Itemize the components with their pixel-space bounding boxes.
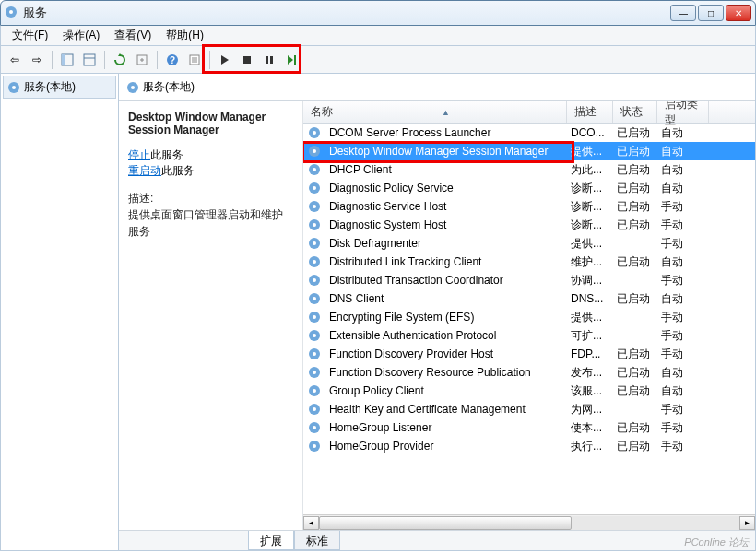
toolbar: ⇦ ⇨ ?: [0, 46, 756, 74]
gear-icon: [307, 383, 322, 398]
service-start: 自动: [657, 383, 709, 399]
service-start: 自动: [657, 162, 709, 178]
service-row[interactable]: Distributed Transaction Coordinator协调...…: [303, 271, 755, 289]
service-start: 手动: [657, 420, 709, 436]
service-list-pane: 名称▲ 描述 状态 启动类型 DCOM Server Process Launc…: [303, 101, 755, 530]
service-row[interactable]: Disk Defragmenter提供...手动: [303, 234, 755, 253]
col-header-start[interactable]: 启动类型: [657, 101, 709, 123]
toolbar-button-2[interactable]: [79, 50, 100, 70]
col-header-desc[interactable]: 描述: [567, 101, 613, 123]
restart-service-link[interactable]: 重启动: [128, 164, 161, 177]
start-service-button[interactable]: [215, 50, 235, 70]
service-name: Extensible Authentication Protocol: [325, 329, 567, 342]
column-headers: 名称▲ 描述 状态 启动类型: [303, 101, 755, 124]
service-status: 已启动: [613, 439, 657, 454]
scroll-right-button[interactable]: ►: [739, 516, 755, 530]
gear-icon: [307, 291, 322, 306]
service-name: DNS Client: [325, 292, 567, 305]
service-row[interactable]: DCOM Server Process LauncherDCO...已启动自动: [303, 124, 755, 142]
service-status: 已启动: [613, 218, 657, 233]
gear-icon: [307, 162, 322, 177]
service-desc: 该服...: [567, 383, 613, 399]
svg-point-42: [313, 315, 316, 319]
service-row[interactable]: Health Key and Certificate Management为网.…: [303, 400, 755, 418]
scroll-track[interactable]: [319, 516, 739, 530]
close-button[interactable]: ✕: [726, 5, 751, 21]
scroll-thumb[interactable]: [319, 516, 572, 530]
service-name: Distributed Link Tracking Client: [325, 255, 567, 268]
service-row[interactable]: Encrypting File System (EFS)提供...手动: [303, 308, 755, 326]
separator: [157, 51, 158, 69]
gear-icon: [307, 181, 322, 195]
tab-standard[interactable]: 标准: [294, 531, 340, 550]
service-desc: 提供...: [567, 310, 613, 325]
menu-file[interactable]: 文件(F): [5, 26, 55, 45]
service-desc: 执行...: [567, 439, 613, 454]
detail-restart-line: 重启动此服务: [128, 163, 293, 179]
service-row[interactable]: Distributed Link Tracking Client维护...已启动…: [303, 253, 755, 271]
svg-point-44: [313, 334, 316, 337]
service-start: 自动: [657, 254, 709, 270]
service-row[interactable]: Diagnostic System Host诊断...已启动手动: [303, 216, 755, 234]
gear-icon: [307, 328, 322, 343]
pause-service-button[interactable]: [259, 50, 279, 70]
menu-action[interactable]: 操作(A): [55, 26, 107, 45]
service-status: 已启动: [613, 420, 657, 436]
service-row[interactable]: HomeGroup Provider执行...已启动手动: [303, 437, 755, 455]
service-start: 手动: [657, 273, 709, 288]
sort-arrow-icon: ▲: [442, 108, 450, 117]
service-row[interactable]: Desktop Window Manager Session Manager提供…: [303, 142, 755, 160]
desc-label: 描述:: [128, 190, 293, 206]
service-desc: 发布...: [567, 365, 613, 381]
back-button[interactable]: ⇦: [5, 50, 25, 70]
svg-rect-13: [243, 56, 251, 64]
service-detail-pane: Desktop Window Manager Session Manager 停…: [119, 101, 303, 530]
watermark: PConline 论坛: [684, 535, 749, 549]
tree-root-services-local[interactable]: 服务(本地): [3, 76, 116, 99]
scroll-left-button[interactable]: ◄: [303, 516, 319, 530]
svg-rect-15: [270, 56, 273, 64]
service-start: 自动: [657, 181, 709, 196]
stop-service-link[interactable]: 停止: [128, 148, 150, 161]
service-row[interactable]: Function Discovery Provider HostFDP...已启…: [303, 345, 755, 363]
export-button[interactable]: [132, 50, 152, 70]
service-name: Encrypting File System (EFS): [325, 311, 567, 324]
service-row[interactable]: DHCP Client为此...已启动自动: [303, 160, 755, 179]
service-name: Disk Defragmenter: [325, 237, 567, 250]
restart-service-button[interactable]: [281, 50, 301, 70]
service-start: 手动: [657, 439, 709, 454]
service-row[interactable]: Extensible Authentication Protocol可扩...手…: [303, 326, 755, 345]
minimize-button[interactable]: —: [670, 5, 696, 21]
service-status: 已启动: [613, 181, 657, 196]
service-start: 手动: [657, 347, 709, 362]
stop-service-button[interactable]: [237, 50, 257, 70]
col-header-status[interactable]: 状态: [613, 101, 657, 123]
tab-extended[interactable]: 扩展: [248, 531, 294, 550]
svg-point-24: [313, 149, 316, 153]
properties-button[interactable]: [184, 50, 205, 70]
main-area: 服务(本地) 服务(本地) Desktop Window Manager Ses…: [0, 74, 756, 551]
service-desc: 维护...: [567, 254, 613, 270]
service-desc: 可扩...: [567, 328, 613, 344]
service-desc: 为此...: [567, 162, 613, 178]
menu-view[interactable]: 查看(V): [107, 26, 159, 45]
service-row[interactable]: HomeGroup Listener使本...已启动手动: [303, 418, 755, 437]
show-hide-tree-button[interactable]: [57, 50, 77, 70]
service-desc: 使本...: [567, 420, 613, 436]
service-row[interactable]: Function Discovery Resource Publication发…: [303, 363, 755, 382]
service-row[interactable]: DNS ClientDNS...已启动自动: [303, 289, 755, 308]
col-header-name[interactable]: 名称▲: [303, 101, 567, 123]
maximize-button[interactable]: □: [698, 5, 724, 21]
help-button[interactable]: ?: [162, 50, 183, 70]
menu-help[interactable]: 帮助(H): [159, 26, 211, 45]
service-desc: 诊断...: [567, 218, 613, 233]
service-rows[interactable]: DCOM Server Process LauncherDCO...已启动自动D…: [303, 124, 755, 514]
service-row[interactable]: Diagnostic Service Host诊断...已启动手动: [303, 197, 755, 216]
refresh-button[interactable]: [110, 50, 130, 70]
forward-button[interactable]: ⇨: [27, 50, 47, 70]
service-row[interactable]: Group Policy Client该服...已启动自动: [303, 382, 755, 400]
horizontal-scrollbar[interactable]: ◄ ►: [303, 514, 755, 530]
service-status: 已启动: [613, 365, 657, 381]
service-row[interactable]: Diagnostic Policy Service诊断...已启动自动: [303, 179, 755, 197]
service-desc: DNS...: [567, 292, 613, 305]
